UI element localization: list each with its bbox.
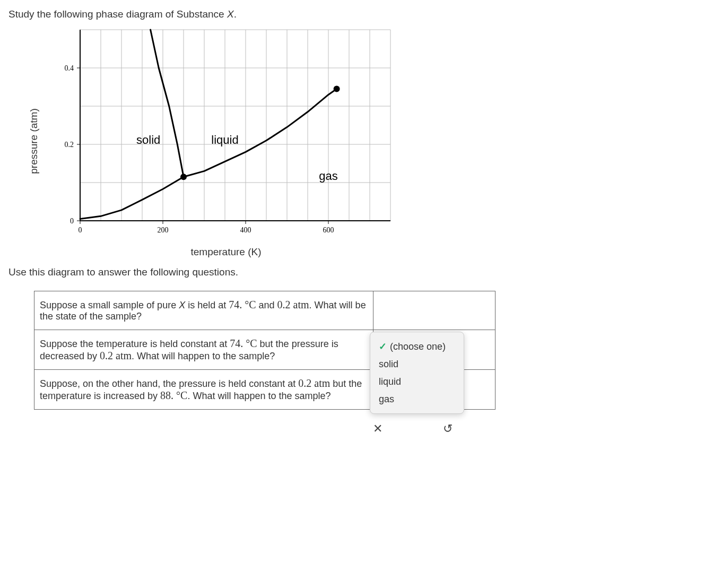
question-text: Suppose, on the other hand, the pressure… bbox=[34, 370, 373, 410]
instruction-line-1: Study the following phase diagram of Sub… bbox=[8, 8, 705, 20]
svg-text:solid: solid bbox=[136, 133, 160, 146]
svg-text:200: 200 bbox=[158, 226, 169, 234]
svg-text:0: 0 bbox=[70, 217, 74, 225]
answer-cell bbox=[373, 291, 495, 330]
svg-text:0.4: 0.4 bbox=[65, 64, 74, 72]
question-text: Suppose the temperature is held constant… bbox=[34, 330, 373, 370]
action-row: ✕ ↺ bbox=[364, 416, 705, 442]
cancel-button[interactable]: ✕ bbox=[369, 420, 386, 437]
dropdown-option[interactable]: solid bbox=[373, 356, 460, 373]
svg-text:0.2: 0.2 bbox=[65, 141, 74, 149]
dropdown-options-popover[interactable]: ✓(choose one)solidliquidgas bbox=[370, 332, 464, 414]
check-icon: ✓ bbox=[379, 341, 387, 352]
chart-y-axis-label: pressure (atm) bbox=[28, 108, 40, 174]
svg-text:400: 400 bbox=[240, 226, 251, 234]
svg-point-39 bbox=[334, 86, 340, 92]
svg-text:600: 600 bbox=[323, 226, 334, 234]
question-text: Suppose a small sample of pure X is held… bbox=[34, 291, 373, 330]
dropdown-option-label: liquid bbox=[379, 376, 401, 387]
dropdown-option[interactable]: liquid bbox=[373, 373, 460, 391]
svg-text:gas: gas bbox=[319, 169, 337, 183]
phase-diagram: pressure (atm) 020040060000.20.4solidliq… bbox=[40, 24, 705, 258]
svg-point-38 bbox=[180, 174, 187, 180]
question-row: Suppose a small sample of pure X is held… bbox=[34, 291, 495, 330]
dropdown-option[interactable]: gas bbox=[373, 391, 460, 408]
svg-text:0: 0 bbox=[79, 226, 82, 234]
reset-button[interactable]: ↺ bbox=[439, 420, 456, 437]
phase-diagram-svg: 020040060000.20.4solidliquidgas bbox=[40, 24, 412, 242]
instruction-line-2: Use this diagram to answer the following… bbox=[8, 266, 705, 278]
dropdown-option-label: solid bbox=[379, 359, 398, 370]
svg-text:liquid: liquid bbox=[211, 133, 238, 146]
dropdown-option-label: gas bbox=[379, 394, 394, 405]
dropdown-option-placeholder[interactable]: ✓(choose one) bbox=[373, 338, 460, 356]
chart-x-axis-label: temperature (K) bbox=[40, 246, 412, 258]
dropdown-option-label: (choose one) bbox=[390, 341, 446, 352]
